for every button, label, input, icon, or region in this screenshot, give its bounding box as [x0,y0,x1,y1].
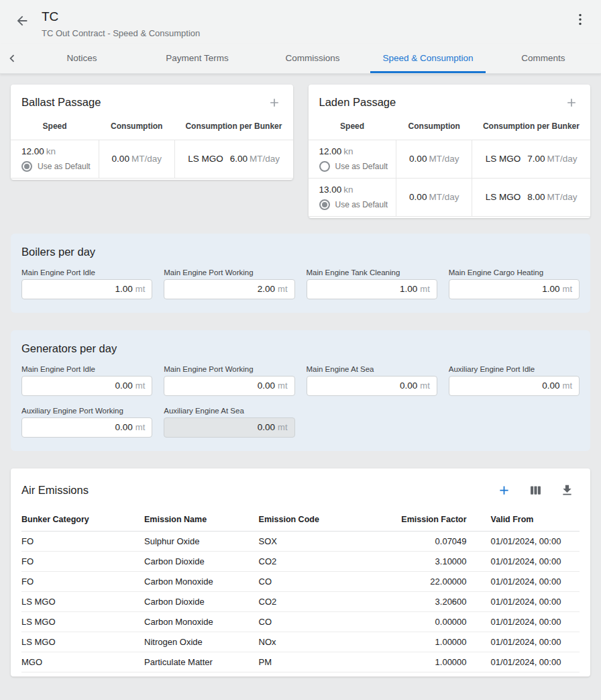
speed-unit: kn [343,146,353,156]
consumption-cell[interactable]: 0.00MT/day [99,140,174,178]
generators-fields-grid: Main Engine Port Idle 0.00mt Main Engine… [21,365,580,438]
laden-speed-row: 12.00kn Use as Default 0.00MT/day LS MGO… [309,140,591,178]
air-emissions-table: Bunker Category Emission Name Emission C… [21,509,580,672]
generators-per-day-panel: Generators per day Main Engine Port Idle… [11,330,590,451]
tab-speed-consumption[interactable]: Speed & Consumption [370,44,486,73]
field-label: Main Engine Port Working [164,365,294,373]
use-as-default: Use as Default [319,199,388,210]
input-value: 0.00 [115,422,133,432]
tab-scroll-left-button[interactable] [0,44,24,73]
chevron-left-icon [5,51,19,66]
ballast-speed-table: Speed Consumption Consumption per Bunker… [11,115,293,179]
consumption-cell[interactable]: 0.00MT/day [396,140,472,178]
speed-column-header: Speed [11,115,99,140]
bunker-value: 7.00 [527,154,545,164]
input-unit: mt [563,381,572,391]
add-ballast-speed-button[interactable] [266,95,282,111]
generators-auxiliary-engine-port-idle-input[interactable]: 0.00mt [449,376,580,396]
generators-main-engine-at-sea-input[interactable]: 0.00mt [307,376,437,396]
laden-speed-table: Speed Consumption Consumption per Bunker… [309,115,591,217]
bunker-category-cell: FO [21,571,144,591]
valid-from-column-header: Valid From [468,509,580,532]
emission-name-cell: Carbon Dioxide [144,591,259,611]
emission-row[interactable]: FO Carbon Dioxide CO2 3.10000 01/01/2024… [21,551,580,571]
laden-passage-title: Laden Passage [319,96,396,109]
use-as-default-radio[interactable] [319,199,330,210]
emissions-header-row: Bunker Category Emission Name Emission C… [21,509,580,532]
field-auxiliary-engine-at-sea: Auxiliary Engine At Sea 0.00mt [164,407,294,438]
tab-payment-terms[interactable]: Payment Terms [140,44,255,73]
generators-auxiliary-engine-at-sea-input: 0.00mt [164,417,294,438]
bunker-consumption: LS MGO7.00MT/day [480,154,582,164]
input-value: 0.00 [542,381,559,391]
boilers-main-engine-tank-cleaning-input[interactable]: 1.00mt [307,279,437,299]
download-icon [560,483,574,497]
back-button[interactable] [13,12,31,30]
speed-cell[interactable]: 12.00kn Use as Default [309,140,396,178]
generators-main-engine-port-working-input[interactable]: 0.00mt [164,376,294,396]
generators-auxiliary-engine-port-working-input[interactable]: 0.00mt [21,417,152,438]
ballast-card-head: Ballast Passage [11,85,293,112]
bunker-consumption-cell[interactable]: LS MGO7.00MT/day [472,140,590,178]
emission-name-cell: Particulate Matter [144,652,259,672]
valid-from-cell: 01/01/2024, 00:00 [468,652,580,672]
consumption-cell[interactable]: 0.00MT/day [396,178,472,216]
emission-code-cell: SOX [259,531,376,551]
emission-row[interactable]: LS MGO Nitrogen Oxide NOx 1.00000 01/01/… [21,632,580,652]
tab-commissions[interactable]: Commissions [255,44,370,73]
speed-value: 12.00kn [319,146,388,156]
consumption-per-bunker-column-header: Consumption per Bunker [174,115,292,140]
header-titles: TC TC Out Contract - Speed & Consumption [42,9,200,38]
boilers-main-engine-port-idle-input[interactable]: 1.00mt [21,279,152,299]
bunker-category-cell: FO [21,551,144,571]
tab-comments[interactable]: Comments [486,44,601,73]
use-as-default-radio[interactable] [21,161,32,172]
bunker-consumption-cell[interactable]: LS MGO8.00MT/day [472,178,590,216]
field-label: Main Engine Port Idle [21,365,152,373]
add-emission-button[interactable] [496,482,512,499]
emission-name-cell: Carbon Dioxide [144,551,259,571]
emission-row[interactable]: LS MGO Carbon Monoxide CO 0.00000 01/01/… [21,611,580,632]
field-main-engine-port-idle: Main Engine Port Idle 1.00mt [21,268,152,299]
input-value: 0.00 [258,422,275,432]
speed-cell[interactable]: 12.00kn Use as Default [11,140,99,178]
tab-notices[interactable]: Notices [24,44,140,73]
emission-code-column-header: Emission Code [259,509,376,532]
generators-main-engine-port-idle-input[interactable]: 0.00mt [21,376,152,396]
valid-from-cell: 01/01/2024, 00:00 [468,531,580,551]
emission-row[interactable]: FO Sulphur Oxide SOX 0.07049 01/01/2024,… [21,531,580,551]
use-as-default-radio[interactable] [319,161,330,172]
emission-row[interactable]: LS MGO Carbon Dioxide CO2 3.20600 01/01/… [21,591,580,611]
overflow-menu-button[interactable] [570,9,590,30]
boilers-fields-grid: Main Engine Port Idle 1.00mt Main Engine… [21,268,580,299]
field-main-engine-port-idle: Main Engine Port Idle 0.00mt [21,365,152,396]
emission-row[interactable]: FO Carbon Monoxide CO 22.00000 01/01/202… [21,571,580,591]
emission-row[interactable]: MGO Particulate Matter PM 1.00000 01/01/… [21,652,580,672]
bunker-category-cell: MGO [21,652,144,672]
download-button[interactable] [559,482,576,499]
input-unit: mt [278,422,287,432]
emission-name-cell: Carbon Monoxide [144,611,259,632]
emission-name-cell: Carbon Monoxide [144,571,259,591]
laden-card-head: Laden Passage [309,85,591,112]
consumption-unit: MT/day [131,154,162,164]
emission-factor-cell: 1.00000 [376,632,468,652]
ballast-passage-title: Ballast Passage [21,96,101,109]
speed-cell[interactable]: 13.00kn Use as Default [309,178,396,216]
use-as-default: Use as Default [319,161,388,172]
column-settings-button[interactable] [527,482,544,499]
valid-from-cell: 01/01/2024, 00:00 [468,632,580,652]
field-auxiliary-engine-port-idle: Auxiliary Engine Port Idle 0.00mt [449,365,580,396]
emission-code-cell: CO2 [259,591,376,611]
back-arrow-icon [15,13,30,28]
tab-bar: Notices Payment Terms Commissions Speed … [0,44,601,74]
use-as-default: Use as Default [21,161,91,172]
bunker-unit: MT/day [547,192,578,202]
boilers-main-engine-port-working-input[interactable]: 2.00mt [164,279,294,299]
bunker-consumption-cell[interactable]: LS MGO6.00MT/day [174,140,292,178]
field-label: Main Engine Cargo Heating [449,268,580,277]
add-laden-speed-button[interactable] [563,95,580,111]
use-as-default-label: Use as Default [335,162,388,171]
emission-name-column-header: Emission Name [144,509,259,532]
boilers-main-engine-cargo-heating-input[interactable]: 1.00mt [449,279,580,299]
